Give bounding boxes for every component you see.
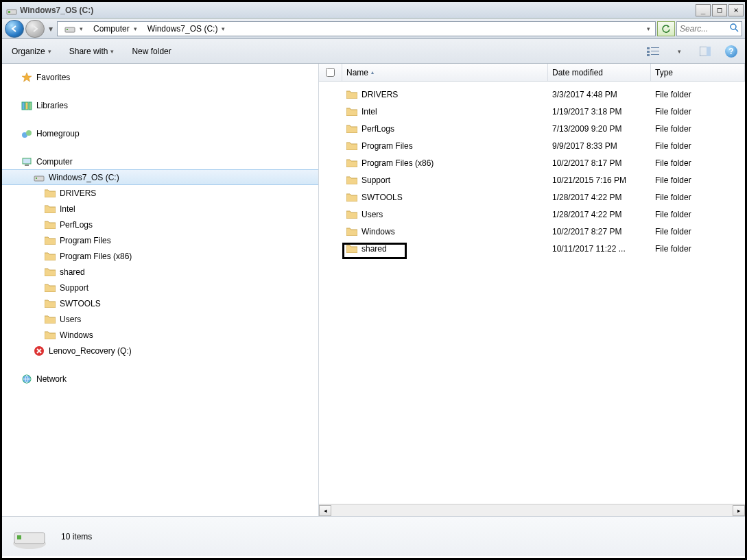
share-with-button[interactable]: Share with ▾: [67, 45, 117, 58]
folder-icon: [346, 90, 357, 99]
file-row[interactable]: DRIVERS3/3/2017 4:48 PMFile folder: [319, 86, 745, 103]
tree-folder[interactable]: DRIVERS: [2, 185, 318, 201]
file-type: File folder: [651, 141, 745, 151]
help-button[interactable]: ?: [724, 45, 738, 58]
folder-icon: [346, 227, 357, 236]
column-header: Name ▴ Date modified Type: [319, 64, 745, 82]
breadcrumb-drive-c[interactable]: Windows7_OS (C:)▾: [143, 22, 232, 36]
computer-icon: [21, 156, 32, 167]
file-name: SWTOOLS: [361, 193, 403, 202]
column-type[interactable]: Type: [651, 64, 745, 81]
drive-icon: [34, 172, 45, 183]
tree-folder[interactable]: PerfLogs: [2, 217, 318, 232]
folder-icon: [45, 330, 56, 341]
breadcrumb-root[interactable]: ▾: [60, 22, 89, 36]
file-row[interactable]: Windows10/2/2017 8:27 PMFile folder: [319, 223, 745, 240]
details-pane: 10 items: [2, 516, 745, 556]
tree-folder[interactable]: Users: [2, 311, 318, 327]
tree-folder[interactable]: Windows: [2, 327, 318, 343]
breadcrumb-computer[interactable]: Computer▾: [89, 22, 143, 36]
svg-rect-19: [23, 158, 31, 164]
svg-rect-16: [29, 102, 32, 110]
select-all-checkbox[interactable]: [319, 64, 342, 81]
folder-icon: [45, 298, 56, 309]
search-icon[interactable]: [729, 23, 739, 34]
file-row[interactable]: Support10/21/2015 7:16 PMFile folder: [319, 171, 745, 188]
tree-folder[interactable]: shared: [2, 264, 318, 280]
tree-folder[interactable]: Support: [2, 280, 318, 295]
file-list[interactable]: DRIVERS3/3/2017 4:48 PMFile folderIntel1…: [319, 82, 745, 504]
column-name[interactable]: Name ▴: [342, 64, 548, 81]
file-row[interactable]: Program Files (x86)10/2/2017 8:17 PMFile…: [319, 154, 745, 171]
column-date[interactable]: Date modified: [548, 64, 651, 81]
organize-button[interactable]: Organize ▾: [9, 45, 54, 58]
nav-history-dropdown[interactable]: ▾: [46, 20, 56, 38]
star-icon: [21, 72, 32, 83]
new-folder-button[interactable]: New folder: [129, 45, 174, 58]
file-type: File folder: [651, 175, 745, 185]
svg-point-18: [26, 130, 32, 136]
file-type: File folder: [651, 158, 745, 168]
file-row[interactable]: Users1/28/2017 4:22 PMFile folder: [319, 206, 745, 223]
close-button[interactable]: ✕: [728, 4, 744, 16]
preview-pane-button[interactable]: [698, 45, 712, 58]
svg-rect-27: [17, 535, 21, 539]
tree-folder[interactable]: Program Files (x86): [2, 248, 318, 264]
sidebar-drive-c[interactable]: Windows7_OS (C:): [2, 169, 318, 185]
minimize-button[interactable]: _: [696, 4, 711, 16]
svg-rect-11: [651, 54, 659, 55]
file-list-pane: Name ▴ Date modified Type DRIVERS3/3/201…: [319, 64, 745, 516]
file-row[interactable]: Intel1/19/2017 3:18 PMFile folder: [319, 103, 745, 120]
file-row[interactable]: PerfLogs7/13/2009 9:20 PMFile folder: [319, 120, 745, 137]
file-date: 1/28/2017 4:22 PM: [548, 193, 651, 202]
sidebar-computer[interactable]: Computer: [2, 154, 318, 169]
navigation-pane[interactable]: Favorites Libraries Homegroup Computer: [2, 64, 319, 516]
file-date: 7/13/2009 9:20 PM: [548, 124, 651, 134]
file-name: PerfLogs: [361, 124, 394, 134]
file-date: 10/21/2015 7:16 PM: [548, 175, 651, 185]
tree-folder[interactable]: Program Files: [2, 232, 318, 248]
horizontal-scrollbar[interactable]: ◂ ▸: [319, 504, 745, 516]
view-dropdown[interactable]: ▾: [672, 45, 686, 58]
svg-rect-22: [36, 178, 37, 179]
sidebar-drive-q[interactable]: Lenovo_Recovery (Q:): [2, 343, 318, 358]
file-type: File folder: [651, 244, 745, 254]
file-date: 1/19/2017 3:18 PM: [548, 107, 651, 117]
folder-icon: [45, 282, 56, 293]
scroll-left-button[interactable]: ◂: [319, 505, 331, 516]
view-options-button[interactable]: [646, 45, 660, 58]
file-name: shared: [361, 244, 387, 254]
search-input[interactable]: [680, 24, 729, 34]
svg-rect-7: [651, 47, 659, 48]
folder-icon: [45, 314, 56, 325]
svg-line-5: [735, 29, 738, 32]
breadcrumb-dropdown[interactable]: ▾: [645, 25, 652, 32]
breadcrumb[interactable]: ▾ Computer▾ Windows7_OS (C:)▾ ▾: [57, 21, 656, 36]
search-box[interactable]: [676, 21, 742, 36]
libraries-icon: [21, 100, 32, 111]
file-row[interactable]: shared10/11/2017 11:22 ...File folder: [319, 240, 745, 257]
maximize-button[interactable]: □: [712, 4, 727, 16]
scroll-right-button[interactable]: ▸: [733, 505, 745, 516]
file-type: File folder: [651, 227, 745, 236]
file-row[interactable]: SWTOOLS1/28/2017 4:22 PMFile folder: [319, 188, 745, 206]
file-row[interactable]: Program Files9/9/2017 8:33 PMFile folder: [319, 137, 745, 154]
folder-icon: [346, 141, 357, 150]
file-date: 10/2/2017 8:17 PM: [548, 158, 651, 168]
back-button[interactable]: [5, 20, 24, 38]
svg-rect-3: [67, 29, 68, 30]
sidebar-libraries[interactable]: Libraries: [2, 97, 318, 113]
sidebar-homegroup[interactable]: Homegroup: [2, 125, 318, 141]
network-icon: [21, 374, 32, 385]
tree-folder[interactable]: SWTOOLS: [2, 295, 318, 311]
refresh-button[interactable]: [657, 21, 675, 36]
sidebar-favorites[interactable]: Favorites: [2, 69, 318, 85]
folder-icon: [45, 188, 56, 199]
folder-icon: [45, 267, 56, 278]
tree-folder[interactable]: Intel: [2, 201, 318, 217]
sidebar-network[interactable]: Network: [2, 371, 318, 387]
file-date: 3/3/2017 4:48 PM: [548, 90, 651, 99]
svg-rect-20: [25, 165, 29, 166]
forward-button[interactable]: [25, 20, 45, 38]
file-name: Windows: [361, 227, 395, 236]
